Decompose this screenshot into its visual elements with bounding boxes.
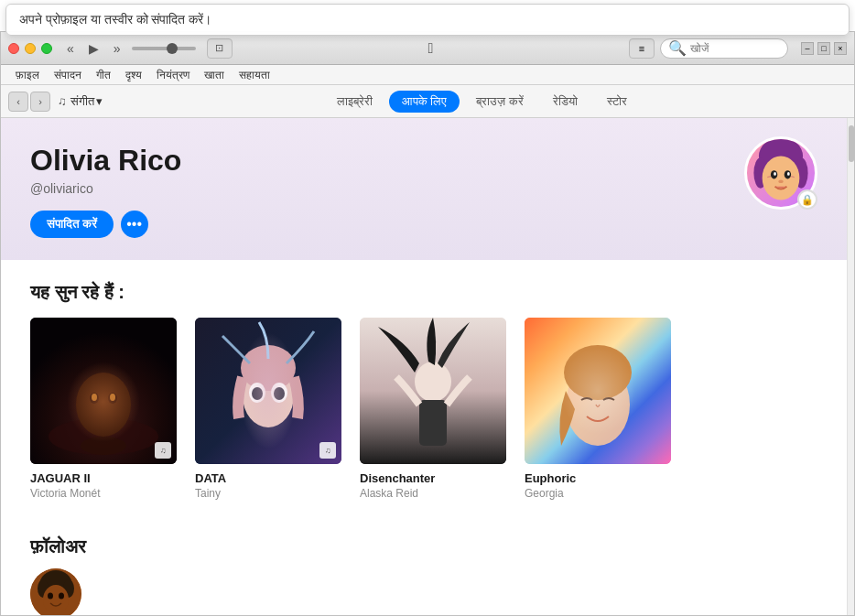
toolbar: ‹ › ♫ संगीत ▾ लाइब्रेरी आपके लिए ब्राउज़… — [1, 85, 854, 118]
tab-store[interactable]: स्टोर — [594, 91, 640, 113]
music-note-icon: ♫ — [58, 94, 67, 108]
list-view-button[interactable]: ≡ — [629, 38, 655, 59]
euphoric-art — [525, 318, 671, 464]
search-input[interactable] — [690, 42, 780, 55]
svg-point-27 — [415, 362, 451, 402]
dropdown-chevron-icon: ▾ — [96, 94, 103, 108]
album-art-euphoric — [525, 318, 671, 464]
win-max-button[interactable]: □ — [817, 42, 830, 55]
svg-line-10 — [791, 177, 795, 178]
lock-badge: 🔒 — [797, 189, 817, 210]
svg-point-14 — [90, 393, 99, 404]
forward-button[interactable]: » — [110, 39, 124, 58]
tab-radio[interactable]: रेडियो — [540, 91, 590, 113]
tab-for-you[interactable]: आपके लिए — [389, 91, 460, 113]
search-icon: 🔍 — [668, 39, 687, 57]
source-dropdown[interactable]: संगीत ▾ — [70, 94, 103, 109]
album-artist-jaguar: Victoria Monét — [30, 487, 177, 500]
playback-controls: « ▶ » ⊡ — [63, 38, 233, 59]
svg-point-17 — [110, 394, 115, 401]
follower-avatar-image — [30, 568, 81, 615]
volume-slider[interactable] — [132, 47, 196, 50]
tab-browse[interactable]: ब्राउज़ करें — [463, 91, 536, 113]
follower-avatar[interactable] — [30, 568, 81, 615]
edit-tooltip: अपने प्रोफ़ाइल या तस्वीर को संपादित करें… — [5, 4, 850, 36]
album-title-jaguar: JAGUAR II — [30, 471, 177, 485]
album-title-data: DATA — [195, 471, 341, 485]
svg-point-18 — [81, 437, 126, 455]
nav-back-button[interactable]: ‹ — [8, 92, 28, 112]
svg-point-24 — [252, 387, 263, 400]
svg-point-31 — [564, 345, 632, 400]
album-artist-data: Tainy — [195, 487, 341, 500]
tab-library[interactable]: लाइब्रेरी — [324, 91, 385, 113]
avatar-container: 🔒 — [744, 136, 817, 210]
source-selector: ♫ संगीत ▾ — [58, 94, 103, 109]
menu-view[interactable]: दृश्य — [118, 65, 149, 84]
svg-point-23 — [271, 383, 287, 403]
album-item[interactable]: Disenchanter Alaska Reid — [360, 318, 506, 500]
svg-point-38 — [59, 593, 64, 600]
lock-icon: 🔒 — [801, 194, 814, 206]
album-item[interactable]: Euphoric Georgia — [525, 318, 671, 500]
traffic-lights — [8, 43, 52, 54]
album-item[interactable]: ♫ JAGUAR II Victoria Monét — [30, 318, 177, 500]
svg-point-8 — [778, 179, 784, 183]
svg-point-21 — [241, 345, 296, 391]
menu-song[interactable]: गीत — [89, 65, 118, 84]
svg-point-37 — [48, 593, 53, 600]
profile-header: Olivia Rico @oliviarico संपादित करें ••• — [1, 118, 847, 260]
svg-point-20 — [243, 363, 294, 427]
album-art-data: ♫ — [195, 318, 341, 464]
menu-file[interactable]: फ़ाइल — [8, 65, 47, 84]
menu-account[interactable]: खाता — [197, 65, 232, 84]
album-artist-euphoric: Georgia — [525, 487, 671, 500]
main-content: Olivia Rico @oliviarico संपादित करें ••• — [1, 118, 854, 615]
album-badge-jaguar: ♫ — [155, 442, 171, 459]
svg-point-36 — [43, 585, 69, 614]
menu-help[interactable]: सहायता — [232, 65, 277, 84]
win-close-button[interactable]: × — [834, 42, 847, 55]
itunes-window: « ▶ » ⊡  ≡ 🔍 – □ × — [0, 31, 855, 616]
menu-controls[interactable]: नियंत्रण — [149, 65, 197, 84]
menu-edit[interactable]: संपादन — [47, 65, 89, 84]
win-min-button[interactable]: – — [801, 42, 814, 55]
edit-profile-button[interactable]: संपादित करें — [30, 211, 114, 238]
apple-logo:  — [428, 40, 433, 57]
close-button[interactable] — [8, 43, 19, 54]
profile-handle: @oliviarico — [30, 181, 817, 196]
content-area: Olivia Rico @oliviarico संपादित करें ••• — [1, 118, 847, 615]
albums-grid: ♫ JAGUAR II Victoria Monét — [30, 318, 817, 500]
album-title-euphoric: Euphoric — [525, 471, 671, 485]
nav-forward-button[interactable]: › — [30, 92, 50, 112]
airplay-button[interactable]: ⊡ — [207, 38, 233, 59]
volume-thumb — [167, 43, 178, 54]
play-button[interactable]: ▶ — [85, 39, 103, 58]
svg-point-30 — [566, 363, 630, 446]
svg-point-13 — [76, 373, 131, 437]
svg-line-9 — [767, 177, 771, 178]
svg-point-3 — [763, 157, 800, 200]
svg-rect-28 — [419, 400, 447, 446]
album-art-disenchanter — [360, 318, 506, 464]
menubar: फ़ाइल संपादन गीत दृश्य नियंत्रण खाता सहा… — [1, 65, 854, 85]
profile-name: Olivia Rico — [30, 144, 817, 178]
nav-tabs: लाइब्रेरी आपके लिए ब्राउज़ करें रेडियो स… — [117, 91, 847, 113]
scrollbar-thumb — [849, 125, 854, 162]
followers-section: फ़ॉलोअर — [1, 522, 847, 615]
nav-arrows: ‹ › — [8, 92, 50, 112]
followers-title: फ़ॉलोअर — [30, 536, 817, 557]
svg-point-6 — [774, 172, 776, 176]
album-item[interactable]: ♫ DATA Tainy — [195, 318, 341, 500]
maximize-button[interactable] — [41, 43, 52, 54]
more-options-button[interactable]: ••• — [121, 211, 148, 238]
search-box: 🔍 — [660, 38, 788, 59]
listening-section: यह सुन रहे हैं : — [1, 260, 847, 522]
svg-point-7 — [787, 172, 790, 176]
album-artist-disenchanter: Alaska Reid — [360, 487, 506, 500]
album-title-disenchanter: Disenchanter — [360, 471, 506, 485]
scrollbar[interactable] — [847, 118, 854, 615]
list-icon: ≡ — [639, 43, 644, 54]
rewind-button[interactable]: « — [63, 39, 78, 58]
minimize-button[interactable] — [25, 43, 36, 54]
